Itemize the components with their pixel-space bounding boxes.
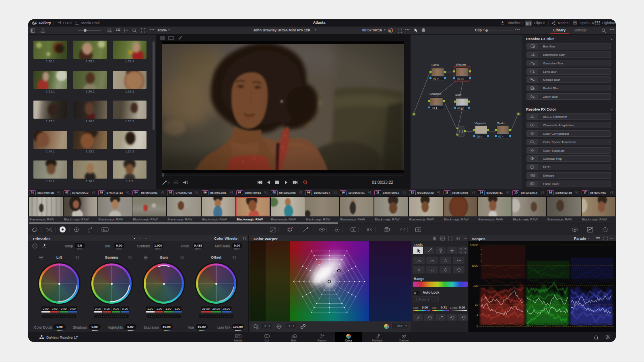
svg-text:A: A [367,228,369,232]
svg-text:04 ▮: 04 ▮ [432,107,438,109]
svg-text:100: 100 [473,284,478,288]
svg-text:Balance: Balance [429,92,441,96]
svg-text:0: 0 [477,325,478,328]
svg-text:02 ◎: 02 ◎ [457,77,464,80]
svg-text:03 ▮▯: 03 ▮▯ [457,107,464,110]
svg-text:07 ◐: 07 ◐ [498,135,504,138]
svg-text:10: 10 [475,303,478,306]
svg-text:Glow: Glow [431,63,439,67]
svg-text:Vignette: Vignette [475,121,487,125]
svg-text:01 ●: 01 ● [433,77,439,80]
svg-text:10000: 10000 [470,243,478,247]
svg-text:1: 1 [477,313,478,317]
svg-text:1000: 1000 [471,264,478,267]
svg-text:06 ∕○: 06 ∕○ [477,135,483,138]
svg-text:Warper: Warper [456,63,466,66]
svg-text:Grain: Grain [497,121,505,125]
svg-text:Skin: Skin [455,93,462,97]
